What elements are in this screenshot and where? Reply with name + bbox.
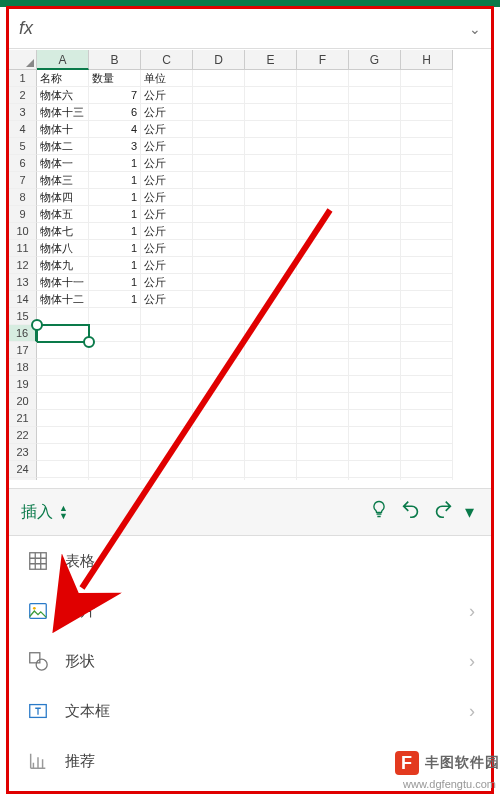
cell[interactable] [401,223,453,240]
cell[interactable] [349,444,401,461]
cell[interactable] [401,274,453,291]
cell[interactable]: 1 [89,189,141,206]
cell[interactable] [193,87,245,104]
cell[interactable] [401,461,453,478]
cell[interactable] [401,410,453,427]
cell[interactable] [193,291,245,308]
cell[interactable] [141,342,193,359]
row-header[interactable]: 22 [9,427,37,444]
cell[interactable]: 6 [89,104,141,121]
cell[interactable] [245,206,297,223]
cell[interactable] [349,308,401,325]
cell[interactable] [89,461,141,478]
cell[interactable] [401,104,453,121]
menu-item-textbox[interactable]: 文本框› [9,686,491,736]
cell[interactable] [37,376,89,393]
cell[interactable]: 公斤 [141,189,193,206]
menu-item-shapes[interactable]: 形状› [9,636,491,686]
cell[interactable] [401,121,453,138]
cell[interactable] [349,121,401,138]
cell[interactable] [141,359,193,376]
cell[interactable]: 公斤 [141,121,193,138]
cell[interactable]: 公斤 [141,223,193,240]
cell[interactable] [37,325,89,342]
cell[interactable] [141,393,193,410]
cell[interactable] [297,172,349,189]
cell[interactable]: 1 [89,172,141,189]
cell[interactable] [245,257,297,274]
cell[interactable] [297,342,349,359]
row-header[interactable]: 4 [9,121,37,138]
cell[interactable] [141,376,193,393]
cell[interactable]: 1 [89,240,141,257]
cell[interactable] [193,189,245,206]
more-icon[interactable]: ▾ [459,501,479,523]
cell[interactable] [297,70,349,87]
row-header[interactable]: 18 [9,359,37,376]
menu-item-picture[interactable]: 图片› [9,586,491,636]
cell[interactable]: 公斤 [141,138,193,155]
cell[interactable] [245,461,297,478]
row-header[interactable]: 10 [9,223,37,240]
cell[interactable]: 数量 [89,70,141,87]
cell[interactable] [349,138,401,155]
cell[interactable]: 公斤 [141,104,193,121]
cell[interactable] [245,427,297,444]
cell[interactable] [401,393,453,410]
cell[interactable] [349,257,401,274]
cell[interactable] [89,444,141,461]
row-header[interactable]: 8 [9,189,37,206]
cell[interactable] [245,342,297,359]
menu-item-table[interactable]: 表格 [9,536,491,586]
row-header[interactable]: 19 [9,376,37,393]
cell[interactable] [37,444,89,461]
row-header[interactable]: 24 [9,461,37,478]
cell[interactable] [297,121,349,138]
cell[interactable] [297,325,349,342]
cell[interactable] [37,359,89,376]
cell[interactable] [349,155,401,172]
row-header[interactable]: 23 [9,444,37,461]
cell[interactable] [349,478,401,480]
cell[interactable] [193,359,245,376]
column-header[interactable]: F [297,50,349,70]
cell[interactable]: 公斤 [141,87,193,104]
redo-icon[interactable] [427,498,459,526]
ribbon-mode-button[interactable]: 插入 ▲▼ [21,502,68,523]
cell[interactable] [193,206,245,223]
cell[interactable]: 1 [89,257,141,274]
row-header[interactable]: 1 [9,70,37,87]
cell[interactable] [89,427,141,444]
cell[interactable] [89,376,141,393]
cell[interactable] [297,223,349,240]
row-header[interactable]: 3 [9,104,37,121]
cell[interactable] [349,87,401,104]
column-header[interactable]: D [193,50,245,70]
cell[interactable] [349,427,401,444]
cell[interactable] [297,461,349,478]
cell[interactable] [89,410,141,427]
cell[interactable] [245,172,297,189]
cell[interactable] [193,104,245,121]
cell[interactable] [297,206,349,223]
cell[interactable] [349,376,401,393]
cell[interactable] [401,155,453,172]
cell[interactable] [245,223,297,240]
cell[interactable] [245,189,297,206]
cell[interactable] [401,342,453,359]
cell[interactable] [401,308,453,325]
cell[interactable] [193,155,245,172]
column-header[interactable]: G [349,50,401,70]
cell[interactable] [37,427,89,444]
cell[interactable] [245,325,297,342]
cell[interactable] [401,325,453,342]
cell[interactable]: 物体六 [37,87,89,104]
cell[interactable]: 1 [89,155,141,172]
cell[interactable] [193,427,245,444]
cell[interactable] [141,444,193,461]
selection-handle[interactable] [31,319,43,331]
cell[interactable]: 物体七 [37,223,89,240]
row-header[interactable]: 7 [9,172,37,189]
cell[interactable] [401,427,453,444]
column-header[interactable]: H [401,50,453,70]
